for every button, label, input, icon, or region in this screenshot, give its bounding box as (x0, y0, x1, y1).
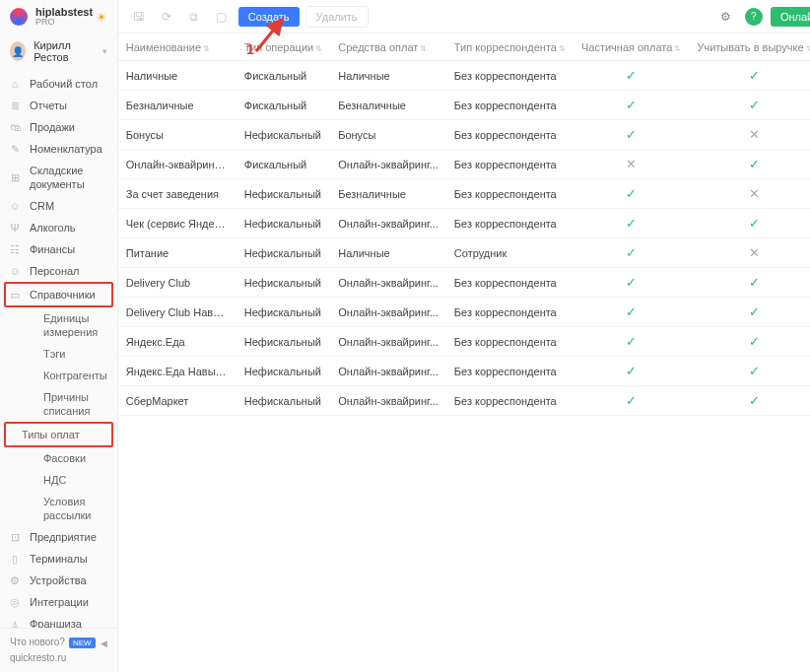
table-row[interactable]: НаличныеФискальныйНаличныеБез корреспонд… (118, 61, 810, 91)
check-icon: ✓ (626, 304, 637, 319)
nav-item[interactable]: Тэги (0, 343, 117, 365)
nav-item[interactable]: ☺CRM (0, 195, 117, 217)
refresh-icon[interactable]: ⟳ (156, 6, 177, 28)
nav-item[interactable]: Фасовки (0, 447, 117, 469)
nav-icon: ▭ (8, 288, 22, 302)
screen-icon[interactable]: ▢ (211, 6, 233, 28)
nav-label: Персонал (30, 264, 80, 278)
nav-icon: ≣ (8, 99, 22, 112)
nav-item[interactable]: ΨАлкоголь (0, 217, 117, 238)
column-header[interactable]: Тип корреспондента⇅ (446, 34, 574, 61)
nav-item[interactable]: ⊡Предприятие (0, 526, 117, 548)
nav-item[interactable]: Типы оплат (4, 422, 113, 447)
check-icon: ✓ (749, 364, 760, 378)
user-row[interactable]: 👤 Кирилл Рестов ▾ (0, 34, 117, 69)
check-icon: ✓ (626, 68, 637, 83)
table-row[interactable]: БонусыНефискальныйБонусыБез корреспонден… (118, 120, 810, 150)
check-icon: ✓ (749, 393, 760, 408)
nav-label: Условия рассылки (43, 495, 107, 522)
help-icon[interactable]: ? (745, 8, 763, 26)
copy-icon[interactable]: ⧉ (183, 6, 205, 28)
table-row[interactable]: Яндекс.ЕдаНефискальныйОнлайн-эквайринг..… (118, 327, 810, 357)
check-icon: ✓ (626, 334, 637, 349)
settings-icon[interactable]: ⚙ (715, 6, 737, 28)
nav-item[interactable]: Условия рассылки (0, 491, 117, 526)
column-header[interactable]: Учитывать в выручке⇅ (689, 34, 810, 61)
chevron-left-icon[interactable]: ◀ (101, 637, 107, 650)
nav-icon: ⚙ (8, 573, 22, 587)
nav-item[interactable]: ⌂Рабочий стол (0, 73, 117, 95)
cross-icon: ✕ (626, 157, 637, 171)
nav-label: Финансы (30, 242, 75, 256)
check-icon: ✓ (749, 334, 760, 349)
nav-item[interactable]: Причины списания (0, 386, 117, 422)
nav-label: Единицы измерения (43, 311, 107, 339)
table-row[interactable]: За счет заведенияНефискальныйБезналичные… (118, 179, 810, 209)
nav-label: Причины списания (43, 390, 107, 418)
column-header[interactable]: Тип операции⇅ (236, 34, 330, 61)
nav-item[interactable]: ◎Интеграции (0, 591, 117, 613)
brand-sub: PRO (35, 18, 93, 28)
create-button[interactable]: Создать (238, 7, 300, 27)
user-name: Кирилл Рестов (34, 39, 95, 63)
nav-item[interactable]: Единицы измерения (0, 307, 117, 343)
delete-button[interactable]: Удалить (305, 6, 369, 28)
table-row[interactable]: Яндекс.Еда НавыносНефискальныйОнлайн-экв… (118, 357, 810, 386)
table-row[interactable]: СберМаркетНефискальныйОнлайн-эквайринг..… (118, 386, 810, 416)
whats-new-link[interactable]: Что нового?NEW (10, 635, 107, 650)
column-header[interactable]: Средства оплат⇅ (330, 34, 446, 61)
nav-label: Контрагенты (43, 369, 107, 382)
nav-item[interactable]: НДС (0, 469, 117, 491)
column-header[interactable]: Частичная оплата⇅ (574, 34, 689, 61)
nav-label: Предприятие (30, 530, 97, 544)
site-link[interactable]: quickresto.ru (10, 650, 107, 666)
nav-item[interactable]: ✎Номенклатура (0, 138, 117, 160)
nav-label: Тэги (43, 347, 66, 361)
nav-label: Складские документы (30, 164, 107, 191)
nav-item[interactable]: Контрагенты (0, 365, 117, 386)
check-icon: ✓ (626, 275, 637, 290)
table-row[interactable]: Delivery ClubНефискальныйОнлайн-эквайрин… (118, 268, 810, 298)
nav-icon: ⊞ (8, 170, 22, 184)
nav-item[interactable]: ▯Терминалы (0, 548, 117, 570)
check-icon: ✓ (626, 364, 637, 378)
table-row[interactable]: БезналичныеФискальныйБезналичныеБез корр… (118, 91, 810, 120)
nav-label: Справочники (30, 288, 96, 302)
cross-icon: ✕ (749, 127, 760, 142)
nav-icon: ☺ (8, 199, 22, 213)
check-icon: ✓ (626, 98, 637, 112)
nav-item[interactable]: 🛍Продажи (0, 116, 117, 138)
nav-label: Устройства (30, 573, 87, 587)
nav-icon: ✎ (8, 142, 22, 156)
check-icon: ✓ (626, 127, 637, 142)
save-icon[interactable]: 🖫 (128, 6, 150, 28)
nav-item[interactable]: ▭Справочники (4, 282, 113, 307)
table-row[interactable]: Онлайн-эквайринг (предзаказы)ФискальныйО… (118, 150, 810, 179)
chevron-down-icon: ▾ (102, 46, 107, 56)
chat-button[interactable]: Онлайн-чат (771, 7, 810, 27)
avatar: 👤 (10, 41, 26, 61)
payment-types-table: Наименование⇅Тип операции⇅Средства оплат… (118, 34, 810, 416)
nav-item[interactable]: ☷Финансы (0, 238, 117, 260)
theme-icon[interactable]: ☀ (96, 10, 107, 25)
nav-icon: ☺ (8, 264, 22, 278)
nav-item[interactable]: ⚙Устройства (0, 570, 117, 591)
table-row[interactable]: ПитаниеНефискальныйНаличныеСотрудник✓✕ (118, 238, 810, 268)
check-icon: ✓ (626, 216, 637, 231)
check-icon: ✓ (626, 245, 637, 260)
check-icon: ✓ (626, 393, 637, 408)
check-icon: ✓ (749, 98, 760, 112)
nav-item[interactable]: ⍋Франшиза (0, 613, 117, 628)
nav-item[interactable]: ≣Отчеты (0, 95, 117, 116)
nav-item[interactable]: ☺Персонал (0, 260, 117, 282)
table-row[interactable]: Delivery Club НавыносНефискальныйОнлайн-… (118, 298, 810, 327)
nav-icon: Ψ (8, 221, 22, 235)
sidebar-footer: Что нового?NEW quickresto.ru ◀ (0, 628, 117, 672)
column-header[interactable]: Наименование⇅ (118, 34, 236, 61)
toolbar: 🖫 ⟳ ⧉ ▢ Создать Удалить ⚙ ? Онлайн-чат (118, 0, 810, 34)
check-icon: ✓ (749, 275, 760, 290)
nav-label: Терминалы (30, 552, 88, 566)
nav-item[interactable]: ⊞Складские документы (0, 160, 117, 195)
nav-icon: ⌂ (8, 77, 22, 91)
table-row[interactable]: Чек (сервис Яндекс.Еды)НефискальныйОнлай… (118, 209, 810, 238)
